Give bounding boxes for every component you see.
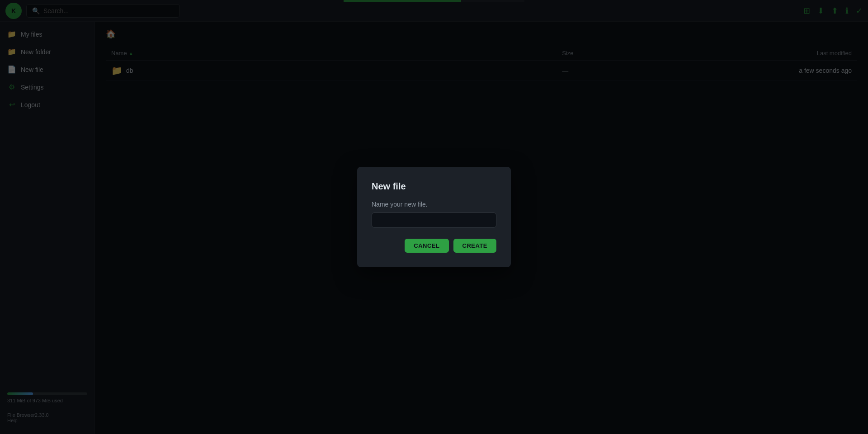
modal-label: Name your new file. — [372, 201, 496, 208]
modal-overlay: New file Name your new file. CANCEL CREA… — [0, 0, 868, 434]
new-file-modal: New file Name your new file. CANCEL CREA… — [357, 167, 511, 267]
modal-title: New file — [372, 181, 496, 192]
create-button[interactable]: CREATE — [453, 239, 496, 253]
cancel-button[interactable]: CANCEL — [405, 239, 448, 253]
new-file-input[interactable] — [372, 212, 496, 228]
modal-buttons: CANCEL CREATE — [372, 239, 496, 253]
